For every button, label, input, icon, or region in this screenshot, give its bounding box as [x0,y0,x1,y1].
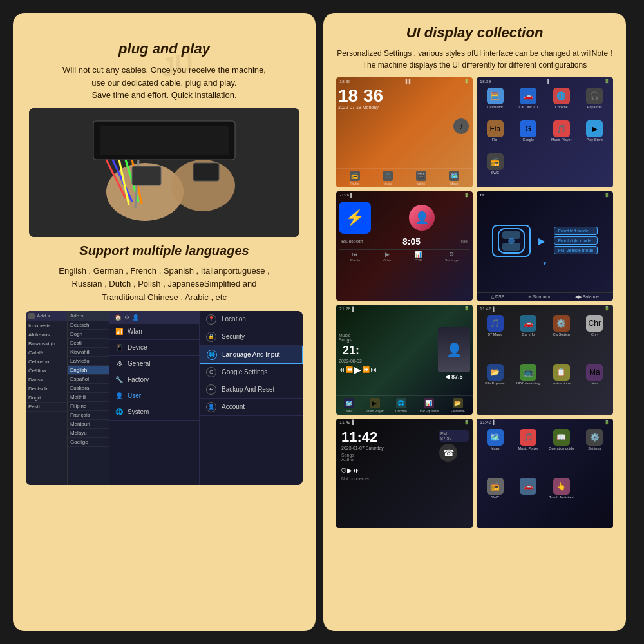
menu-general: ⚙General [109,356,199,372]
svg-point-16 [508,238,515,244]
screen8-header: 11:42▐🔋 [477,419,613,426]
screen4-header: ▪▪▪🔋 [477,191,613,199]
ui-screen-7: 11:42▐🔋 11:42 2023-01-07 Saturday SongsA… [336,419,473,529]
left-panel: JU plug and play Will not cut any cables… [13,13,316,631]
detail-backup: ↩Backup And Reset [200,381,303,399]
screen8-icon-grid: 🗺️Maps 🎵Music Player 📖Operation guide ⚙️… [477,426,613,529]
screen4-dsp-bar: △ DSP≋ Surround◀▶ Balance [477,292,613,301]
ui-screen-3: 21:26▐🔋 ⚡ 👤 Bluetooth 8:05 Tue [336,191,473,301]
menu-device: 📱Device [109,340,199,356]
screen1-date: 2022-07-18 Monday [338,105,450,109]
svg-rect-12 [193,163,219,181]
screen2-icon-grid: 🧮Calculator 🚗Car Link 2.0 🌐Chrome 🎧Equal… [477,85,613,187]
car-install-image [29,108,299,237]
main-container: JU plug and play Will not cut any cables… [6,6,638,638]
lang-title: Support multiple languages [79,243,249,258]
screen1-time: 18 36 [338,87,450,105]
lang-list-col2: Add s Deutsch Dogri Eesti Kiswahili Latv… [68,311,109,485]
lang-item: Eesti [26,402,67,412]
screen5-bottom-nav: 🗺️Navi ▶Video Player 🌐Chrome 📊DSP Equali… [336,395,473,415]
screen4-options: Front left mode Front right mode Full ve… [554,227,598,254]
detail-google: GGoogle Settings [200,364,303,381]
detail-language: 🌐Lanquage And Input [200,346,303,364]
screen1-bottom-nav: 📻 Radio 🎵 Music 🎬 Video 🗺️ Maps [336,168,473,187]
lang-item: Euskara [68,384,109,393]
lang-item: Deutsch [68,321,109,330]
menu-system: 🌐System [109,404,199,421]
screen1-header: 18:36▐▐🔋 [336,77,473,85]
lang-item-selected: English [68,366,109,375]
lang-item: Latviešu [68,357,109,366]
menu-wlan: 📶Wlan [109,324,199,340]
lang-item: Melayu [68,429,109,438]
screen7-header: 11:42▐🔋 [336,419,473,426]
ui-screen-6: 11:42▐🔋 🎵BT Music 🚗Car Info ⚙️CarSetting… [477,305,613,415]
screen4-car-vis: ▶ Front left mode Front right mode Full … [477,199,613,293]
screen6-header: 11:42▐🔋 [477,305,613,312]
ui-display-title: UI display collection [406,24,544,41]
ui-screen-8: 11:42▐🔋 🗺️Maps 🎵Music Player 📖Operation … [477,419,613,529]
lang-item: Filipino [68,402,109,411]
plug-desc: Will not cut any cables. Once you receiv… [62,64,266,102]
lang-item: Gaeilge [68,438,109,447]
lang-item: Maithili [68,393,109,402]
lang-item: Català [26,348,67,357]
screen3-header: 21:26▐🔋 [336,191,473,199]
lang-item: Čeština [26,366,67,375]
svg-rect-11 [132,166,161,185]
lang-desc: English , German , French , Spanish , It… [59,265,269,305]
screen6-icon-grid: 🎵BT Music 🚗Car Info ⚙️CarSetting ChrChr-… [477,312,613,415]
screen2-header: 18:39▐🔋 [477,77,613,85]
svg-rect-2 [100,126,229,155]
detail-location: 📍Location [200,311,303,328]
ui-screen-4: ▪▪▪🔋 ▶ [477,191,613,301]
detail-account: 👤Account [200,399,303,416]
car-top-view [492,225,531,257]
lang-item: Dogri [26,393,67,402]
lang-item: Français [68,411,109,420]
right-panel: UI display collection Personalized Setti… [323,13,626,631]
lang-item: Kiswahili [68,348,109,357]
screen5-header: 21:28▐🔋 [336,305,473,312]
screen7-time: 11:42 [339,429,435,446]
ui-screen-grid: 18:36▐▐🔋 18 36 2022-07-18 Monday ♪ 📻 Rad… [336,77,613,528]
settings-detail-panel: 📍Location 🔒Security 🌐Lanquage And Input … [200,311,303,485]
lang-item: Deutsch [26,384,67,393]
plug-title: plug and play [118,41,210,57]
lang-item: Bosanski (b [26,339,67,348]
screen5-time: 21: [339,342,435,359]
detail-security: 🔒Security [200,328,303,346]
lang-item: Español [68,375,109,384]
settings-menu-panel: 🏠⚙👤 📶Wlan 📱Device ⚙General 🔧Factory 👤Use… [109,311,200,485]
lang-item: Afrikaans [26,330,67,339]
lang-item: Dogri [68,330,109,339]
lang-list-col1: Add s Indonesia Afrikaans Bosanski (b Ca… [26,311,68,485]
lang-item: Manipuri [68,420,109,429]
menu-factory: 🔧Factory [109,372,199,388]
lang-item: Indonesia [26,321,67,330]
ui-display-desc: Personalized Settings , various styles o… [337,48,612,71]
menu-user: 👤User [109,388,199,404]
ui-screen-2: 18:39▐🔋 🧮Calculator 🚗Car Link 2.0 🌐Chrom… [477,77,613,187]
lang-item: Dansk [26,375,67,384]
settings-screenshot: Add s Indonesia Afrikaans Bosanski (b Ca… [26,311,303,485]
ui-screen-5: 21:28▐🔋 Music Songs 21: 2022-08-02 ⏮⏪▶⏩⏭… [336,305,473,415]
lang-item: Cebuano [26,357,67,366]
screen3-bluetooth: ⚡ 👤 Bluetooth 8:05 Tue ⏮Radio ▶Video 📊DS… [336,199,473,266]
lang-item: Eesti [68,339,109,348]
settings-menu-top: 🏠⚙👤 [109,311,199,324]
ui-screen-1: 18:36▐▐🔋 18 36 2022-07-18 Monday ♪ 📻 Rad… [336,77,473,187]
